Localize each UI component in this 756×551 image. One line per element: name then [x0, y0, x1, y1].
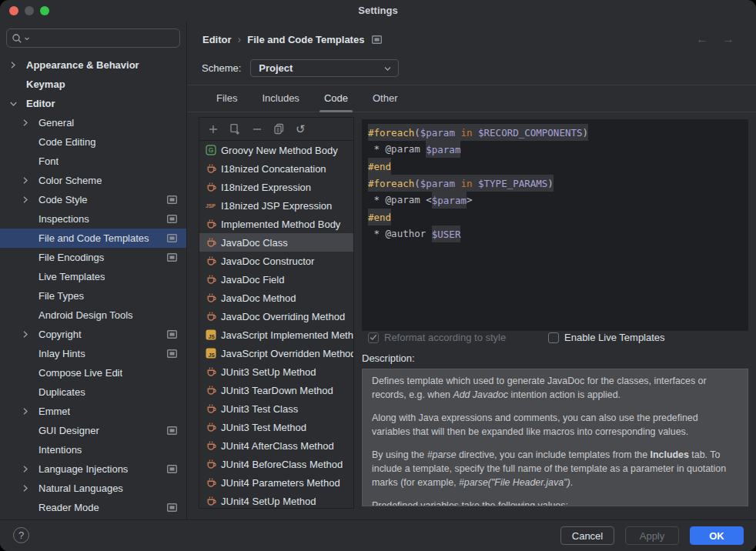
sidebar-item-color-scheme[interactable]: Color Scheme [0, 171, 186, 190]
sidebar-item-inlay-hints[interactable]: Inlay Hints [0, 344, 186, 363]
cancel-button[interactable]: Cancel [560, 526, 614, 545]
sidebar-item-appearance-behavior[interactable]: Appearance & Behavior [0, 55, 186, 75]
project-level-monitor-icon [372, 35, 382, 44]
template-item-javadoc-constructor[interactable]: JavaDoc Constructor [199, 252, 353, 270]
template-item-javadoc-field[interactable]: JavaDoc Field [199, 270, 353, 289]
sidebar-item-natural-languages[interactable]: Natural Languages [0, 479, 186, 498]
sidebar-item-label: Language Injections [38, 463, 128, 475]
ok-button[interactable]: OK [690, 526, 744, 545]
template-item-junit3-test-method[interactable]: JUnit3 Test Method [199, 418, 353, 436]
java-file-icon [206, 403, 221, 415]
template-item-label: JUnit3 TearDown Method [221, 385, 333, 396]
template-item-i18nized-concatenation[interactable]: I18nized Concatenation [199, 159, 353, 178]
template-item-label: JUnit4 Parameters Method [221, 477, 340, 489]
template-item-i18nized-jsp-expression[interactable]: JSPI18nized JSP Expression [199, 196, 353, 215]
sidebar-item-file-types[interactable]: File Types [0, 286, 186, 306]
sidebar-item-compose-live-edit[interactable]: Compose Live Edit [0, 363, 186, 382]
sidebar-item-code-editing[interactable]: Code Editing [0, 132, 186, 152]
enable-live-templates-checkbox[interactable]: Enable Live Templates [548, 332, 665, 343]
template-item-javadoc-overriding-method[interactable]: JavaDoc Overriding Method [199, 307, 353, 326]
java-file-icon [206, 366, 221, 378]
back-arrow-button[interactable]: ← [696, 32, 708, 46]
breadcrumb-separator-icon: › [238, 33, 242, 45]
template-item-junit4-parameters-method[interactable]: JUnit4 Parameters Method [199, 473, 353, 492]
template-item-junit4-afterclass-method[interactable]: JUnit4 AfterClass Method [199, 436, 353, 455]
code-line: #end [368, 158, 742, 175]
chevron-right-icon[interactable] [22, 465, 38, 473]
template-item-javadoc-class[interactable]: JavaDoc Class [199, 233, 353, 252]
tab-other[interactable]: Other [363, 85, 407, 112]
help-button[interactable]: ? [13, 527, 29, 543]
chevron-down-icon[interactable] [9, 100, 26, 108]
tab-code[interactable]: Code [315, 85, 357, 112]
add-icon[interactable] [202, 124, 224, 135]
sidebar-item-copyright[interactable]: Copyright [0, 325, 186, 344]
template-item-junit3-teardown-method[interactable]: JUnit3 TearDown Method [199, 381, 353, 399]
remove-icon[interactable] [246, 124, 268, 135]
tab-includes[interactable]: Includes [253, 85, 308, 112]
java-file-icon [206, 440, 221, 452]
template-item-junit4-beforeclass-method[interactable]: JUnit4 BeforeClass Method [199, 455, 353, 473]
template-item-junit4-setup-method[interactable]: JUnit4 SetUp Method [199, 492, 353, 509]
sidebar-item-keymap[interactable]: Keymap [0, 75, 186, 94]
sidebar-item-label: Reader Mode [38, 502, 99, 513]
template-item-label: JUnit4 BeforeClass Method [221, 459, 343, 470]
sidebar-item-code-style[interactable]: Code Style [0, 190, 186, 209]
sidebar-item-file-encodings[interactable]: File Encodings [0, 248, 186, 267]
template-item-junit3-test-class[interactable]: JUnit3 Test Class [199, 399, 353, 418]
groovy-file-icon: G [206, 145, 221, 155]
java-file-icon [206, 219, 221, 230]
chevron-right-icon[interactable] [22, 330, 38, 339]
java-file-icon [206, 422, 221, 433]
sidebar-item-gui-designer[interactable]: GUI Designer [0, 421, 186, 440]
template-code-editor[interactable]: #foreach($param in $RECORD_COMPONENTS) *… [362, 119, 748, 331]
sidebar-item-intentions[interactable]: Intentions [0, 440, 186, 459]
project-level-monitor-icon [167, 330, 177, 339]
java-file-icon [206, 274, 221, 286]
revert-icon[interactable]: ↺ [290, 124, 311, 135]
java-file-icon [206, 385, 221, 396]
copy-icon[interactable] [268, 123, 290, 135]
template-item-label: I18nized JSP Expression [221, 200, 332, 212]
forward-arrow-button[interactable]: → [722, 32, 734, 46]
sidebar-item-reader-mode[interactable]: Reader Mode [0, 498, 186, 517]
code-line: #foreach($param in $RECORD_COMPONENTS) [368, 124, 742, 141]
sidebar-item-font[interactable]: Font [0, 152, 186, 171]
sidebar-item-editor[interactable]: Editor [0, 94, 186, 113]
duplicate-icon[interactable] [224, 123, 246, 135]
sidebar-item-general[interactable]: General [0, 113, 186, 132]
chevron-right-icon[interactable] [22, 195, 38, 204]
sidebar-item-inspections[interactable]: Inspections [0, 209, 186, 229]
tab-files[interactable]: Files [207, 85, 246, 112]
template-item-label: JUnit3 Test Class [221, 403, 298, 415]
template-item-implemented-method-body[interactable]: Implemented Method Body [199, 215, 353, 233]
sidebar-item-label: File Types [38, 290, 84, 302]
sidebar-item-android-design-tools[interactable]: Android Design Tools [0, 306, 186, 325]
chevron-right-icon[interactable] [22, 407, 38, 416]
java-file-icon [206, 163, 221, 175]
settings-search-input[interactable] [6, 28, 180, 48]
scheme-select[interactable]: Project [250, 59, 399, 77]
reformat-checkbox[interactable]: Reformat according to style [368, 332, 506, 343]
sidebar-item-label: File Encodings [38, 252, 104, 263]
template-item-label: Implemented Method Body [221, 219, 340, 230]
chevron-right-icon[interactable] [22, 176, 38, 185]
search-history-chevron-icon[interactable] [24, 35, 30, 42]
project-level-monitor-icon [167, 503, 177, 512]
sidebar-item-emmet[interactable]: Emmet [0, 402, 186, 421]
sidebar-item-duplicates[interactable]: Duplicates [0, 382, 186, 402]
chevron-right-icon[interactable] [22, 119, 38, 127]
apply-button[interactable]: Apply [625, 526, 679, 545]
chevron-right-icon[interactable] [9, 61, 26, 69]
template-item-javadoc-method[interactable]: JavaDoc Method [199, 289, 353, 307]
chevron-right-icon[interactable] [22, 484, 38, 493]
search-icon [12, 33, 22, 44]
template-item-groovy-new-method-body[interactable]: GGroovy New Method Body [199, 141, 353, 159]
sidebar-item-live-templates[interactable]: Live Templates [0, 267, 186, 286]
breadcrumb-editor[interactable]: Editor [202, 34, 232, 45]
template-item-junit3-setup-method[interactable]: JUnit3 SetUp Method [199, 362, 353, 381]
template-item-i18nized-expression[interactable]: I18nized Expression [199, 178, 353, 196]
description-panel[interactable]: Defines template which used to generate … [362, 369, 748, 506]
sidebar-item-language-injections[interactable]: Language Injections [0, 459, 186, 479]
sidebar-item-file-and-code-templates[interactable]: File and Code Templates [0, 229, 186, 248]
